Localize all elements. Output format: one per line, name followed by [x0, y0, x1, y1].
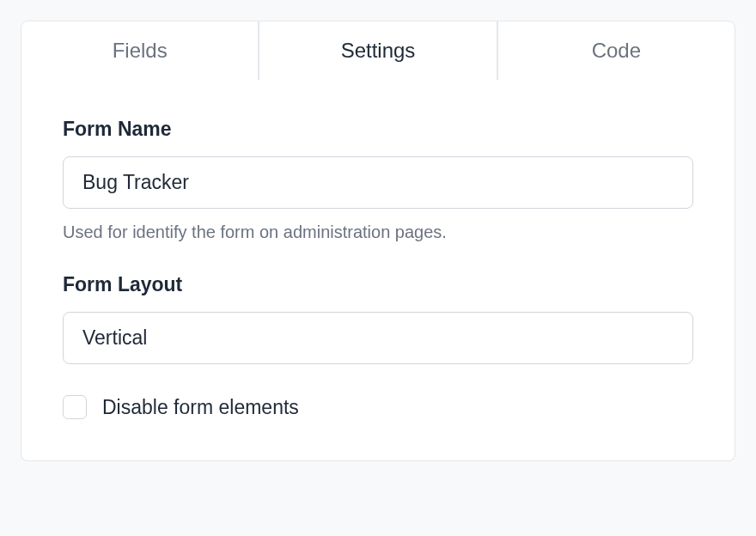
tab-settings[interactable]: Settings [259, 21, 497, 81]
form-layout-label: Form Layout [63, 273, 693, 296]
form-name-helper: Used for identify the form on administra… [63, 222, 693, 242]
tab-bar: Fields Settings Code [21, 21, 735, 81]
form-layout-group: Form Layout Vertical [63, 273, 693, 364]
form-layout-select[interactable]: Vertical [63, 312, 693, 364]
disable-elements-group: Disable form elements [63, 395, 693, 419]
disable-elements-row: Disable form elements [63, 395, 693, 419]
form-name-group: Form Name Used for identify the form on … [63, 118, 693, 242]
tab-code[interactable]: Code [497, 21, 735, 81]
form-name-input[interactable] [63, 156, 693, 209]
form-name-label: Form Name [63, 118, 693, 141]
settings-content: Form Name Used for identify the form on … [21, 80, 735, 461]
disable-elements-label[interactable]: Disable form elements [102, 396, 299, 419]
disable-elements-checkbox[interactable] [63, 395, 87, 419]
tab-fields[interactable]: Fields [21, 21, 259, 81]
settings-panel: Fields Settings Code Form Name Used for … [21, 21, 735, 461]
form-layout-select-wrapper: Vertical [63, 312, 693, 364]
